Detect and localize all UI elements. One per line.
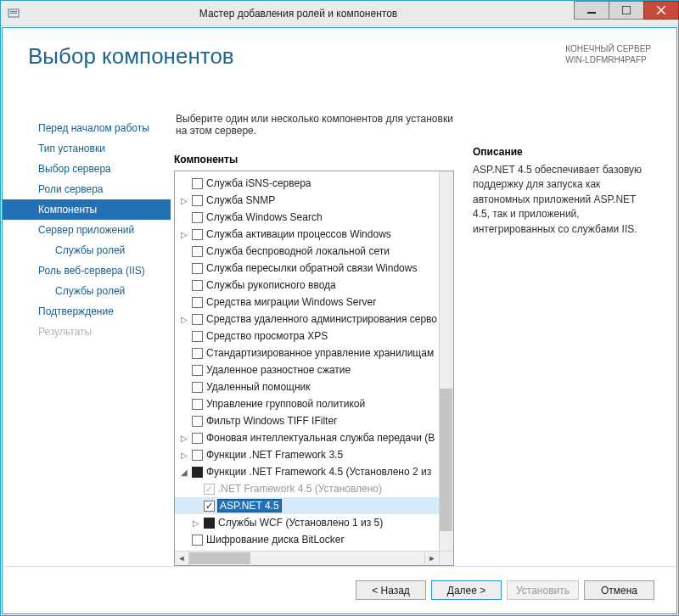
vertical-scroll-thumb[interactable]: [440, 389, 452, 531]
tree-item-label[interactable]: Управление групповой политикой: [206, 398, 365, 410]
nav-item[interactable]: Службы ролей: [3, 240, 171, 260]
tree-row[interactable]: Шифрование диска BitLocker: [175, 531, 453, 548]
tree-row[interactable]: Служба беспроводной локальной сети: [175, 243, 453, 260]
nav-item[interactable]: Выбор сервера: [3, 159, 171, 179]
vertical-scrollbar[interactable]: [439, 171, 453, 551]
tree-row[interactable]: Удаленный помощник: [175, 378, 453, 395]
tree-item-label[interactable]: .NET Framework 4.5 (Установлено): [218, 483, 382, 495]
tree-row[interactable]: Службы рукописного ввода: [175, 277, 453, 294]
checkbox[interactable]: [192, 535, 203, 546]
nav-item[interactable]: Службы ролей: [3, 281, 171, 301]
tree-row[interactable]: Удаленное разностное сжатие: [175, 361, 453, 378]
tree-row[interactable]: Управление групповой политикой: [175, 395, 453, 412]
tree-item-label[interactable]: Службы WCF (Установлено 1 из 5): [218, 517, 383, 529]
checkbox[interactable]: [204, 501, 215, 512]
checkbox[interactable]: [192, 195, 203, 206]
tree-item-label[interactable]: Средство просмотра XPS: [206, 330, 328, 342]
checkbox[interactable]: [192, 178, 203, 189]
install-button: Установить: [507, 580, 579, 600]
tree-row[interactable]: ▷Фоновая интеллектуальная служба передач…: [175, 429, 453, 446]
tree-row[interactable]: ▷Служба SNMP: [175, 192, 453, 209]
minimize-button[interactable]: [574, 1, 609, 20]
tree-row[interactable]: ASP.NET 4.5: [175, 497, 453, 514]
checkbox[interactable]: [192, 450, 203, 461]
tree-item-label[interactable]: Шифрование диска BitLocker: [206, 534, 344, 546]
tree-row[interactable]: Стандартизированное управление хранилища…: [175, 344, 453, 361]
tree-item-label[interactable]: Функции .NET Framework 4.5 (Установлено …: [206, 466, 431, 478]
tree-item-label[interactable]: Служба SNMP: [206, 194, 275, 206]
nav-item[interactable]: Подтверждение: [3, 301, 171, 322]
components-tree[interactable]: Служба iSNS-сервера▷Служба SNMPСлужба Wi…: [175, 171, 453, 551]
tree-row[interactable]: ▷Службы WCF (Установлено 1 из 5): [175, 514, 453, 531]
cancel-button[interactable]: Отмена: [584, 580, 654, 600]
horizontal-scroll-thumb[interactable]: [189, 552, 250, 564]
checkbox[interactable]: [192, 297, 203, 308]
tree-item-label[interactable]: Служба пересылки обратной связи Windows: [206, 262, 417, 274]
expand-icon[interactable]: ▷: [178, 230, 190, 239]
back-button[interactable]: < Назад: [356, 580, 426, 600]
tree-item-label[interactable]: Удаленное разностное сжатие: [206, 364, 351, 376]
close-button[interactable]: [643, 1, 679, 20]
horizontal-scrollbar[interactable]: ◄ ►: [175, 551, 453, 565]
tree-item-label[interactable]: ASP.NET 4.5: [218, 500, 281, 512]
tree-item-label[interactable]: Средства удаленного администрирования се…: [206, 313, 437, 325]
collapse-icon[interactable]: ◢: [178, 468, 190, 477]
checkbox[interactable]: [192, 331, 203, 342]
tree-row[interactable]: ▷Функции .NET Framework 3.5: [175, 446, 453, 463]
nav-item[interactable]: Роль веб-сервера (IIS): [3, 260, 171, 281]
tree-row[interactable]: Служба iSNS-сервера: [175, 175, 453, 192]
tree-item-label[interactable]: Функции .NET Framework 3.5: [206, 449, 343, 461]
nav-item[interactable]: Перед началом работы: [3, 118, 171, 138]
checkbox[interactable]: [192, 365, 203, 376]
tree-row[interactable]: Фильтр Windows TIFF IFilter: [175, 412, 453, 429]
checkbox[interactable]: [192, 433, 203, 444]
tree-row[interactable]: Средства миграции Windows Server: [175, 294, 453, 311]
tree-item-label[interactable]: Служба Windows Search: [206, 211, 323, 223]
tree-item-label[interactable]: Фильтр Windows TIFF IFilter: [206, 415, 337, 427]
intro-text: Выберите один или несколько компонентов …: [176, 113, 454, 137]
tree-item-label[interactable]: Средства миграции Windows Server: [206, 296, 376, 308]
tree-item-label[interactable]: Служба iSNS-сервера: [206, 177, 311, 189]
tree-row[interactable]: Средство просмотра XPS: [175, 328, 453, 344]
tree-row[interactable]: ▷Служба активации процессов Windows: [175, 226, 453, 243]
components-label: Компоненты: [174, 154, 454, 165]
checkbox[interactable]: [192, 348, 203, 359]
titlebar: Мастер добавления ролей и компонентов: [1, 1, 678, 26]
tree-item-label[interactable]: Удаленный помощник: [206, 381, 311, 393]
tree-item-label[interactable]: Стандартизированное управление хранилища…: [206, 347, 434, 359]
nav-item[interactable]: Компоненты: [3, 199, 171, 220]
hscroll-right-button[interactable]: ►: [424, 552, 439, 565]
checkbox[interactable]: [192, 399, 203, 410]
nav-item[interactable]: Тип установки: [3, 138, 171, 159]
tree-row[interactable]: .NET Framework 4.5 (Установлено): [175, 480, 453, 497]
tree-row[interactable]: Служба пересылки обратной связи Windows: [175, 260, 453, 277]
tree-item-label[interactable]: Служба беспроводной локальной сети: [206, 245, 390, 257]
expand-icon[interactable]: ▷: [178, 451, 190, 460]
checkbox[interactable]: [204, 518, 215, 529]
tree-item-label[interactable]: Фоновая интеллектуальная служба передачи…: [206, 432, 435, 444]
checkbox[interactable]: [192, 263, 203, 274]
checkbox[interactable]: [192, 212, 203, 223]
tree-row[interactable]: ◢Функции .NET Framework 4.5 (Установлено…: [175, 463, 453, 480]
nav-item[interactable]: Сервер приложений: [3, 220, 171, 240]
expand-icon[interactable]: ▷: [178, 196, 190, 205]
checkbox[interactable]: [192, 229, 203, 240]
tree-row[interactable]: ▷Средства удаленного администрирования с…: [175, 311, 453, 328]
components-treebox: Служба iSNS-сервера▷Служба SNMPСлужба Wi…: [174, 171, 454, 566]
maximize-button[interactable]: [609, 1, 644, 20]
checkbox[interactable]: [192, 246, 203, 257]
expand-icon[interactable]: ▷: [190, 518, 202, 528]
checkbox[interactable]: [192, 467, 203, 478]
checkbox[interactable]: [192, 314, 203, 325]
tree-row[interactable]: Служба Windows Search: [175, 209, 453, 226]
nav-item[interactable]: Роли сервера: [3, 179, 171, 199]
expand-icon[interactable]: ▷: [178, 315, 190, 324]
checkbox[interactable]: [192, 416, 203, 427]
expand-icon[interactable]: ▷: [178, 434, 190, 443]
next-button[interactable]: Далее >: [431, 580, 502, 600]
checkbox[interactable]: [192, 280, 203, 291]
hscroll-left-button[interactable]: ◄: [175, 552, 189, 565]
tree-item-label[interactable]: Служба активации процессов Windows: [206, 228, 391, 240]
tree-item-label[interactable]: Службы рукописного ввода: [206, 279, 336, 291]
checkbox[interactable]: [192, 382, 203, 393]
